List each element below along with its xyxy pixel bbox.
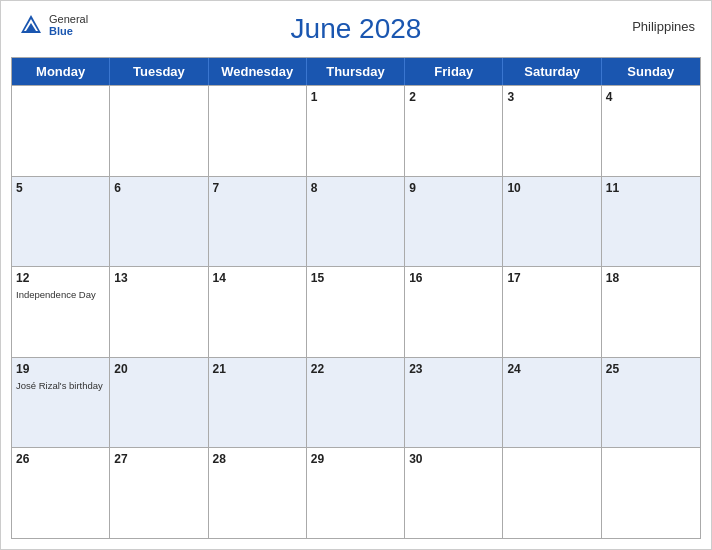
day-number: 12 [16, 270, 105, 287]
day-cell-empty-4-5 [503, 448, 601, 538]
day-cell-27: 27 [110, 448, 208, 538]
day-number: 13 [114, 270, 203, 287]
logo-general: General [49, 13, 88, 25]
day-number: 26 [16, 451, 105, 468]
day-number: 3 [507, 89, 596, 106]
day-cell-10: 10 [503, 177, 601, 267]
day-number: 16 [409, 270, 498, 287]
day-header-tuesday: Tuesday [110, 58, 208, 85]
day-header-wednesday: Wednesday [209, 58, 307, 85]
day-header-thursday: Thursday [307, 58, 405, 85]
day-header-saturday: Saturday [503, 58, 601, 85]
day-number: 19 [16, 361, 105, 378]
day-cell-6: 6 [110, 177, 208, 267]
event-text: José Rizal's birthday [16, 380, 105, 392]
day-cell-4: 4 [602, 86, 700, 176]
day-cell-empty-0-2 [209, 86, 307, 176]
day-header-sunday: Sunday [602, 58, 700, 85]
day-number: 22 [311, 361, 400, 378]
day-cell-empty-4-6 [602, 448, 700, 538]
day-number: 28 [213, 451, 302, 468]
day-number: 20 [114, 361, 203, 378]
day-number: 29 [311, 451, 400, 468]
day-number: 9 [409, 180, 498, 197]
day-number: 2 [409, 89, 498, 106]
day-number: 5 [16, 180, 105, 197]
day-cell-21: 21 [209, 358, 307, 448]
day-number: 27 [114, 451, 203, 468]
day-cell-15: 15 [307, 267, 405, 357]
day-number: 14 [213, 270, 302, 287]
day-number: 11 [606, 180, 696, 197]
week-row-3: 12Independence Day131415161718 [12, 266, 700, 357]
calendar-header: General Blue June 2028 Philippines [1, 1, 711, 49]
day-number: 1 [311, 89, 400, 106]
day-cell-9: 9 [405, 177, 503, 267]
day-number: 17 [507, 270, 596, 287]
day-cell-28: 28 [209, 448, 307, 538]
day-number: 15 [311, 270, 400, 287]
day-cell-empty-0-0 [12, 86, 110, 176]
day-number: 18 [606, 270, 696, 287]
day-cell-26: 26 [12, 448, 110, 538]
day-cell-12: 12Independence Day [12, 267, 110, 357]
event-text: Independence Day [16, 289, 105, 301]
day-cell-14: 14 [209, 267, 307, 357]
week-row-2: 567891011 [12, 176, 700, 267]
country-label: Philippines [632, 19, 695, 34]
day-number: 6 [114, 180, 203, 197]
calendar-title: June 2028 [291, 13, 422, 45]
calendar-grid: MondayTuesdayWednesdayThursdayFridaySatu… [11, 57, 701, 539]
week-row-1: 1234 [12, 85, 700, 176]
logo-blue: Blue [49, 25, 88, 37]
day-cell-22: 22 [307, 358, 405, 448]
day-number: 4 [606, 89, 696, 106]
day-cell-19: 19José Rizal's birthday [12, 358, 110, 448]
day-number: 25 [606, 361, 696, 378]
day-cell-8: 8 [307, 177, 405, 267]
day-cell-16: 16 [405, 267, 503, 357]
day-number: 8 [311, 180, 400, 197]
day-cell-5: 5 [12, 177, 110, 267]
day-cell-1: 1 [307, 86, 405, 176]
day-header-friday: Friday [405, 58, 503, 85]
day-cell-17: 17 [503, 267, 601, 357]
day-cell-13: 13 [110, 267, 208, 357]
logo-text: General Blue [49, 13, 88, 37]
generalblue-logo-icon [17, 11, 45, 39]
calendar-container: General Blue June 2028 Philippines Monda… [0, 0, 712, 550]
day-cell-3: 3 [503, 86, 601, 176]
day-number: 21 [213, 361, 302, 378]
day-cell-30: 30 [405, 448, 503, 538]
day-cell-20: 20 [110, 358, 208, 448]
day-cell-23: 23 [405, 358, 503, 448]
day-number: 23 [409, 361, 498, 378]
day-number: 24 [507, 361, 596, 378]
week-row-4: 19José Rizal's birthday202122232425 [12, 357, 700, 448]
day-cell-25: 25 [602, 358, 700, 448]
day-number: 7 [213, 180, 302, 197]
day-cell-11: 11 [602, 177, 700, 267]
day-cell-2: 2 [405, 86, 503, 176]
day-cell-18: 18 [602, 267, 700, 357]
week-row-5: 2627282930 [12, 447, 700, 538]
day-header-monday: Monday [12, 58, 110, 85]
day-headers: MondayTuesdayWednesdayThursdayFridaySatu… [12, 58, 700, 85]
day-cell-7: 7 [209, 177, 307, 267]
day-cell-29: 29 [307, 448, 405, 538]
day-cell-empty-0-1 [110, 86, 208, 176]
day-cell-24: 24 [503, 358, 601, 448]
day-number: 10 [507, 180, 596, 197]
day-number: 30 [409, 451, 498, 468]
weeks-container: 123456789101112Independence Day131415161… [12, 85, 700, 538]
logo-area: General Blue [17, 11, 88, 39]
